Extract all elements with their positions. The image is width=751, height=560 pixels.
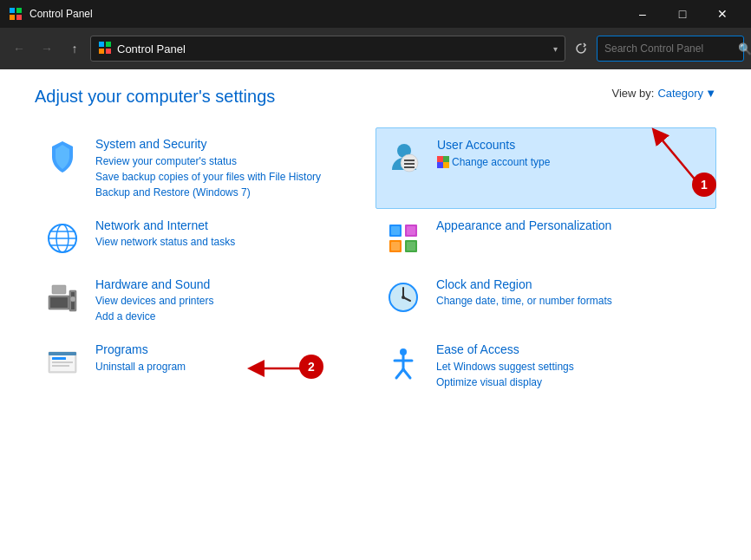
view-by-dropdown[interactable]: Category ▼ <box>657 87 716 100</box>
address-bar: ← → ↑ Control Panel ▾ 🔍 <box>0 28 751 69</box>
svg-rect-5 <box>106 42 111 47</box>
clock-region-title[interactable]: Clock and Region <box>436 277 532 291</box>
svg-point-34 <box>70 296 75 302</box>
svg-rect-4 <box>99 42 104 47</box>
search-input[interactable] <box>604 42 735 55</box>
programs-text: Programs Uninstall a program <box>95 342 369 374</box>
svg-rect-11 <box>404 166 415 168</box>
system-security-title[interactable]: System and Security <box>95 137 206 151</box>
appearance-title[interactable]: Appearance and Personalization <box>436 218 611 232</box>
view-by-value-text: Category <box>657 87 703 100</box>
svg-rect-27 <box>407 226 415 235</box>
forward-button[interactable]: → <box>35 36 59 61</box>
search-icon: 🔍 <box>738 42 751 55</box>
annotation-circle-1: 1 <box>692 173 716 197</box>
svg-rect-44 <box>52 365 69 367</box>
ease-access-text: Ease of Access Let Windows suggest setti… <box>436 342 709 390</box>
view-by-chevron-icon: ▼ <box>705 87 716 100</box>
category-clock-region[interactable]: Clock and Region Change date, time, or n… <box>376 268 716 334</box>
programs-title[interactable]: Programs <box>95 342 148 356</box>
svg-rect-2 <box>10 15 15 20</box>
clock-region-icon <box>382 277 424 318</box>
svg-rect-28 <box>391 242 400 251</box>
svg-rect-14 <box>443 156 449 162</box>
back-button[interactable]: ← <box>7 36 31 61</box>
svg-rect-26 <box>391 226 400 235</box>
window-title: Control Panel <box>29 8 623 20</box>
svg-rect-13 <box>437 156 443 162</box>
window-controls: – □ ✕ <box>623 0 742 28</box>
svg-rect-16 <box>443 162 449 168</box>
svg-rect-42 <box>52 357 66 360</box>
svg-rect-1 <box>16 8 22 13</box>
user-accounts-title[interactable]: User Accounts <box>437 138 515 152</box>
ease-access-title[interactable]: Ease of Access <box>436 342 519 356</box>
category-hardware-sound[interactable]: Hardware and Sound View devices and prin… <box>35 268 376 334</box>
maximize-button[interactable]: □ <box>663 0 702 28</box>
category-appearance[interactable]: Appearance and Personalization <box>376 209 716 268</box>
view-by-label: View by: <box>611 87 654 100</box>
system-security-icon <box>42 136 83 178</box>
network-internet-text: Network and Internet View network status… <box>95 218 369 251</box>
annotation-1: 1 <box>640 117 718 199</box>
network-internet-title[interactable]: Network and Internet <box>95 218 208 232</box>
svg-line-50 <box>403 369 410 378</box>
hardware-sound-link-1[interactable]: View devices and printers <box>95 293 369 309</box>
clock-region-link-1[interactable]: Change date, time, or number formats <box>436 293 709 309</box>
annotation-2: 2 <box>238 334 325 398</box>
svg-rect-29 <box>407 242 415 251</box>
svg-rect-15 <box>437 162 443 168</box>
svg-rect-7 <box>106 49 111 54</box>
categories-grid: System and Security Review your computer… <box>35 127 716 399</box>
hardware-sound-title[interactable]: Hardware and Sound <box>95 277 210 291</box>
address-chevron-icon[interactable]: ▾ <box>553 44 558 54</box>
address-icon <box>98 41 112 57</box>
appearance-icon <box>382 218 424 259</box>
category-system-security[interactable]: System and Security Review your computer… <box>35 127 376 209</box>
system-security-link-2[interactable]: Save backup copies of your files with Fi… <box>95 169 369 185</box>
category-network-internet[interactable]: Network and Internet View network status… <box>35 209 376 268</box>
refresh-button[interactable] <box>569 36 593 61</box>
appearance-text: Appearance and Personalization <box>436 218 709 235</box>
network-internet-icon <box>42 218 83 259</box>
search-box[interactable]: 🔍 <box>597 36 744 62</box>
view-by: View by: Category ▼ <box>611 87 716 100</box>
svg-rect-31 <box>50 297 68 308</box>
address-text: Control Panel <box>117 42 548 55</box>
svg-line-49 <box>396 369 403 378</box>
programs-link-1[interactable]: Uninstall a program <box>95 359 369 374</box>
system-security-text: System and Security Review your computer… <box>95 136 369 200</box>
close-button[interactable]: ✕ <box>702 0 742 28</box>
address-input[interactable]: Control Panel ▾ <box>90 36 565 62</box>
ease-access-link-2[interactable]: Optimize visual display <box>436 374 709 390</box>
ease-access-link-1[interactable]: Let Windows suggest settings <box>436 359 709 374</box>
hardware-sound-link-2[interactable]: Add a device <box>95 309 369 324</box>
programs-icon <box>42 342 83 383</box>
svg-rect-35 <box>52 285 66 294</box>
main-content: Adjust your computer's settings View by:… <box>0 69 751 560</box>
system-security-link-1[interactable]: Review your computer's status <box>95 153 369 169</box>
svg-rect-43 <box>52 361 73 363</box>
minimize-button[interactable]: – <box>623 0 663 28</box>
title-bar: Control Panel – □ ✕ <box>0 0 751 28</box>
category-ease-access[interactable]: Ease of Access Let Windows suggest setti… <box>376 333 716 399</box>
svg-rect-0 <box>10 8 15 13</box>
system-security-link-3[interactable]: Backup and Restore (Windows 7) <box>95 185 369 200</box>
app-icon <box>9 7 23 21</box>
svg-rect-45 <box>49 352 76 355</box>
svg-rect-12 <box>404 160 415 161</box>
svg-rect-3 <box>16 15 22 20</box>
svg-rect-10 <box>404 163 415 165</box>
clock-region-text: Clock and Region Change date, time, or n… <box>436 277 709 309</box>
ease-access-icon <box>382 342 424 383</box>
annotation-circle-2: 2 <box>299 355 323 379</box>
network-internet-link-1[interactable]: View network status and tasks <box>95 234 369 250</box>
user-accounts-icon <box>383 137 425 179</box>
hardware-sound-text: Hardware and Sound View devices and prin… <box>95 277 369 325</box>
hardware-sound-icon <box>42 277 83 318</box>
svg-rect-6 <box>99 49 104 54</box>
up-button[interactable]: ↑ <box>62 36 87 61</box>
svg-point-39 <box>402 296 405 299</box>
